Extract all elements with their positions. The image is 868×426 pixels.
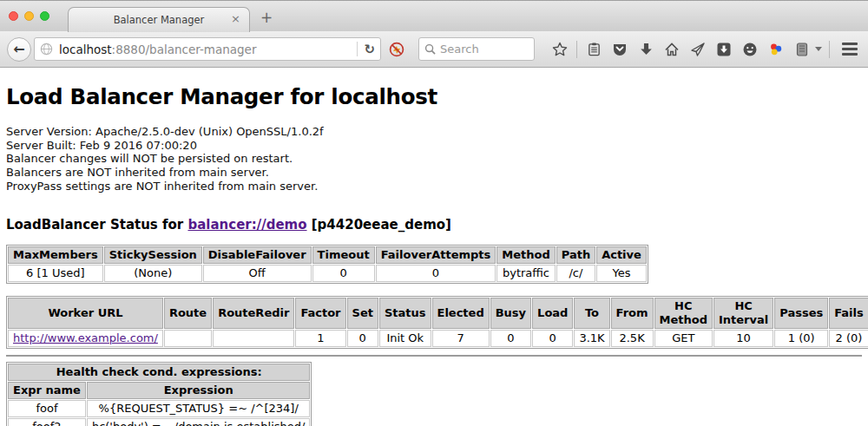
notice-line: Balancer changes will NOT be persisted o… (6, 152, 862, 166)
navigation-toolbar: ← localhost:8880/balancer-manager ↻ (0, 31, 868, 68)
table-cell: 0 (376, 265, 496, 282)
send-plane-icon[interactable] (690, 42, 706, 57)
url-path: :8880/balancer-manager (112, 43, 257, 56)
table-header-row: MaxMembers StickySession DisableFailover… (8, 246, 647, 264)
expression-cell: %{REQUEST_STATUS} =~ /^[234]/ (87, 400, 311, 417)
worker-url-link[interactable]: http://www.example.com/ (13, 331, 158, 344)
search-input[interactable] (440, 43, 518, 56)
table-cell: 2 (0) (829, 330, 868, 347)
loadbalancer-status-heading: LoadBalancer Status for balancer://demo … (6, 217, 862, 233)
balancer-demo-link[interactable]: balancer://demo (187, 217, 306, 233)
table-cell: 0 (312, 265, 375, 282)
table-header-cell: Busy (490, 298, 531, 329)
table-header-cell: DisableFailover (203, 246, 312, 264)
status-heading-prefix: LoadBalancer Status for (6, 217, 187, 233)
notice-line: Balancers are NOT inherited from main se… (6, 166, 862, 180)
table-header-cell: Fails (829, 298, 868, 329)
search-icon (424, 43, 436, 55)
home-icon[interactable] (664, 42, 680, 57)
clipboard-icon[interactable] (586, 42, 602, 57)
table-header-cell: Active (596, 246, 647, 264)
health-check-table: Health check cond. expressions: Expr nam… (6, 362, 312, 426)
table-header-cell: Timeout (312, 246, 375, 264)
bookmark-star-icon[interactable] (552, 42, 568, 57)
table-cell: 0 (490, 330, 531, 347)
table-header-cell: Route (164, 298, 212, 329)
balancer-status-table: MaxMembers StickySession DisableFailover… (6, 245, 648, 284)
table-row: foof %{REQUEST_STATUS} =~ /^[234]/ (8, 400, 310, 417)
back-button[interactable]: ← (7, 37, 31, 62)
table-cell: 2.5K (611, 330, 654, 347)
toolbar-divider (829, 41, 830, 58)
table-row: http://www.example.com/ 1 0 Init Ok 7 0 … (8, 330, 868, 347)
chat-smiley-icon[interactable] (742, 42, 758, 57)
horizontal-rule (6, 355, 862, 357)
minimize-window-button[interactable] (24, 11, 34, 21)
fullscreen-window-button[interactable] (40, 11, 49, 21)
close-window-button[interactable] (9, 11, 18, 21)
worker-url-cell: http://www.example.com/ (8, 330, 163, 347)
table-header-row: Expr name Expression (8, 382, 310, 399)
table-row: 6 [1 Used] (None) Off 0 0 bytraffic /c/ … (8, 265, 647, 282)
table-cell: Yes (596, 265, 647, 282)
url-domain: localhost (59, 43, 112, 56)
blocked-plugin-icon[interactable] (389, 42, 404, 57)
table-cell: Init Ok (379, 330, 431, 347)
table-header-cell: Method (496, 246, 555, 264)
search-box[interactable] (418, 37, 535, 61)
table-header-cell: Expression (87, 382, 311, 399)
download-arrow-icon[interactable] (638, 42, 654, 57)
table-header-cell: RouteRedir (213, 298, 294, 329)
table-header-cell: Load (532, 298, 573, 329)
table-header-cell: Set (347, 298, 378, 329)
table-cell: 3.1K (574, 330, 609, 347)
table-cell: /c/ (556, 265, 595, 282)
urlbar-divider (357, 42, 358, 56)
dropdown-caret-icon[interactable] (815, 47, 822, 51)
table-header-cell: HC Method (654, 298, 713, 329)
server-version-line: Server Version: Apache/2.5.0-dev (Unix) … (6, 125, 862, 139)
table-cell: 7 (432, 330, 490, 347)
table-cell: 10 (713, 330, 773, 347)
status-heading-suffix: [p4420eeae_demo] (307, 217, 451, 233)
traffic-lights (9, 11, 49, 21)
menu-icon[interactable] (842, 43, 858, 56)
table-header-cell: Status (379, 298, 431, 329)
table-header-cell: To (574, 298, 609, 329)
table-header-cell: FailoverAttempts (376, 246, 496, 264)
reload-button[interactable]: ↻ (364, 42, 375, 57)
table-header-cell: MaxMembers (8, 246, 103, 264)
url-text[interactable]: localhost:8880/balancer-manager (59, 43, 351, 56)
tab-title: Balancer Manager (114, 14, 205, 26)
table-header-cell: Worker URL (8, 298, 163, 329)
table-cell: 1 (295, 330, 345, 347)
page-title: Load Balancer Manager for localhost (6, 84, 862, 109)
table-cell: bytraffic (496, 265, 555, 282)
tab-balancer-manager[interactable]: Balancer Manager × (68, 7, 250, 32)
table-header-cell: Factor (295, 298, 345, 329)
tab-bar: Balancer Manager × + (0, 0, 868, 31)
new-tab-button[interactable]: + (260, 9, 273, 26)
table-title-row: Health check cond. expressions: (8, 364, 310, 381)
server-info: Server Version: Apache/2.5.0-dev (Unix) … (6, 125, 862, 193)
url-bar[interactable]: localhost:8880/balancer-manager ↻ (34, 37, 381, 61)
pocket-icon[interactable] (612, 42, 628, 57)
archive-icon[interactable] (794, 42, 810, 57)
table-cell: 0 (532, 330, 573, 347)
page-content: Load Balancer Manager for localhost Serv… (0, 68, 868, 426)
table-cell: Off (203, 265, 312, 282)
close-tab-icon[interactable]: × (231, 12, 240, 25)
table-header-cell: HC Interval (713, 298, 773, 329)
download-box-icon[interactable] (716, 42, 732, 57)
table-header-cell: Expr name (8, 382, 86, 399)
colored-balls-icon[interactable] (768, 42, 784, 57)
table-cell (213, 330, 294, 347)
table-cell: 1 (0) (774, 330, 828, 347)
worker-status-table: Worker URL Route RouteRedir Factor Set S… (6, 296, 868, 349)
table-cell: (None) (104, 265, 202, 282)
server-built-line: Server Built: Feb 9 2016 07:00:20 (6, 139, 862, 153)
table-header-cell: StickySession (104, 246, 202, 264)
table-cell (164, 330, 212, 347)
expr-name-cell: foof2 (8, 418, 86, 426)
table-header-row: Worker URL Route RouteRedir Factor Set S… (8, 298, 868, 329)
